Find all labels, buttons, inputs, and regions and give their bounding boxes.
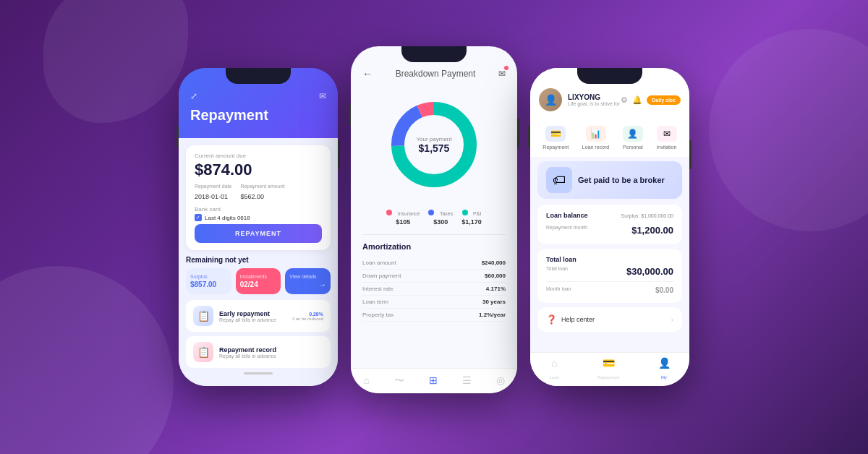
home-indicator bbox=[186, 372, 331, 374]
message-icon[interactable]: ✉ bbox=[319, 91, 326, 101]
qm-loan-label: Loan record bbox=[582, 145, 609, 150]
repayment-record-icon: 📋 bbox=[193, 342, 213, 362]
loan-balance-section: Loan balance Surplus: $1,000,000.00 Repa… bbox=[537, 205, 682, 244]
user-subtitle: Life goal, is to strive for bbox=[568, 101, 620, 106]
help-text: Help center bbox=[561, 316, 667, 323]
help-arrow-icon: › bbox=[671, 316, 673, 324]
early-repayment-badge: 0.28% Can be reduced bbox=[292, 312, 323, 321]
phone2-nav: ⌂ 〜 ⊞ ☰ ◎ bbox=[351, 368, 517, 393]
pi-amount: $1,170 bbox=[461, 218, 482, 226]
donut-container: Your payment $1,575 bbox=[351, 87, 517, 201]
qm-repayment-icon: 💳 bbox=[545, 126, 566, 142]
installments-value: 02/24 bbox=[240, 280, 277, 288]
nav-loan[interactable]: ⌂ Loan bbox=[549, 357, 558, 382]
broker-icon: 🏷 bbox=[546, 167, 572, 193]
repay-amount-label: Repayment amount bbox=[240, 184, 284, 189]
interest-rate-row: Interest rate 4.171% bbox=[362, 283, 506, 296]
donut-center: Your payment $1,575 bbox=[416, 136, 451, 154]
phone2-notch bbox=[401, 46, 467, 62]
taxes-label: Taxes bbox=[440, 211, 453, 216]
broker-banner[interactable]: 🏷 Get paid to be a broker bbox=[537, 161, 682, 199]
repay-amount-value: $562.00 bbox=[240, 193, 264, 200]
insurance-label: Insurance bbox=[398, 211, 420, 216]
bg-decoration-left bbox=[0, 266, 174, 454]
repayment-body: Current amount due $874.00 Repayment dat… bbox=[179, 138, 338, 386]
qm-invitation-label: invitation bbox=[657, 145, 677, 150]
mail-icon[interactable]: ✉ bbox=[498, 69, 506, 79]
total-loan-val: $30,000.00 bbox=[626, 266, 673, 277]
repay-date-label: Repayment date bbox=[195, 184, 231, 189]
down-payment-row: Down payment $60,000 bbox=[362, 270, 506, 283]
phone-repayment: ⤢ ✉ Repayment Current amount due $874.00… bbox=[179, 68, 338, 386]
nav-my-label: My bbox=[661, 375, 667, 380]
repayment-button[interactable]: REPAYMENT bbox=[195, 224, 322, 243]
nav-list[interactable]: ☰ bbox=[462, 374, 472, 387]
repayment-record-text: Repayment record Repay all bills in adva… bbox=[219, 346, 323, 359]
interest-rate-val: 4.171% bbox=[486, 286, 506, 292]
amount-label: Current amount due bbox=[195, 153, 322, 159]
back-icon[interactable]: ← bbox=[362, 68, 373, 80]
amortization-section: Amortization Loan amount $240,000 Down p… bbox=[351, 235, 517, 329]
donut-label: Your payment bbox=[416, 136, 451, 142]
early-repayment-text: Early repayment Repay all bills in advan… bbox=[219, 310, 286, 322]
repayment-record-row[interactable]: 📋 Repayment record Repay all bills in ad… bbox=[186, 336, 331, 368]
remaining-label: Remaining not yet bbox=[186, 256, 331, 264]
early-repayment-badge-sub: Can be reduced bbox=[292, 317, 323, 321]
month-loan-key: Month loan bbox=[546, 286, 571, 294]
total-loan-key: Total loan bbox=[546, 266, 568, 277]
interest-rate-key: Interest rate bbox=[362, 286, 393, 292]
phone1-notch bbox=[226, 68, 291, 84]
repayment-record-title: Repayment record bbox=[219, 346, 323, 354]
phone3-notch bbox=[577, 68, 642, 84]
repay-date-col: Repayment date 2018-01-01 bbox=[195, 184, 231, 202]
month-loan-row: Month loan $0.00 bbox=[546, 286, 673, 294]
amount-value: $874.00 bbox=[195, 160, 322, 179]
legend-taxes: Taxes $300 bbox=[428, 205, 453, 226]
nav-grid[interactable]: ⊞ bbox=[429, 374, 438, 387]
surplus-card: Surplus $857.00 bbox=[186, 268, 231, 294]
nav-chart[interactable]: 〜 bbox=[394, 374, 404, 387]
nav-my[interactable]: 👤 My bbox=[658, 357, 671, 382]
phone-breakdown: ← Breakdown Payment ✉ bbox=[351, 46, 517, 393]
installments-label: Installments bbox=[240, 274, 277, 279]
pi-dot bbox=[462, 210, 468, 215]
expand-icon[interactable]: ⤢ bbox=[190, 91, 197, 101]
amort-title: Amortization bbox=[362, 242, 506, 251]
nav-profile[interactable]: ◎ bbox=[496, 374, 505, 387]
donut-value: $1,575 bbox=[416, 142, 451, 154]
quick-menu: 💳 Repayment 📊 Loan record 👤 Personal ✉ i… bbox=[530, 119, 689, 157]
total-loan-section: Total loan Total loan $30,000.00 Month l… bbox=[537, 249, 682, 303]
user-info: 👤 LIXYONG Life goal, is to strive for bbox=[539, 88, 620, 111]
header-right: ⚙ 🔔 Daily cloc bbox=[621, 95, 681, 105]
help-center-row[interactable]: ❓ Help center › bbox=[537, 307, 682, 332]
qm-personal-icon: 👤 bbox=[623, 126, 643, 142]
qm-repayment[interactable]: 💳 Repayment bbox=[542, 126, 569, 150]
legend-row: Insurance $105 Taxes $300 P&I $1,170 bbox=[351, 201, 517, 230]
nav-repayment[interactable]: 💳 Repayment bbox=[597, 357, 620, 382]
repayment-month-key: Repayment month bbox=[546, 225, 587, 236]
taxes-dot bbox=[428, 210, 434, 215]
qm-personal[interactable]: 👤 Personal bbox=[623, 126, 643, 150]
qm-invitation-icon: ✉ bbox=[657, 126, 677, 142]
broker-text: Get paid to be a broker bbox=[578, 176, 673, 184]
screen-repayment: ⤢ ✉ Repayment Current amount due $874.00… bbox=[179, 68, 338, 386]
notification-icon[interactable]: 🔔 bbox=[632, 95, 642, 105]
early-repayment-row[interactable]: 📋 Early repayment Repay all bills in adv… bbox=[186, 300, 331, 332]
qm-loan-record[interactable]: 📊 Loan record bbox=[582, 126, 609, 150]
nav-loan-label: Loan bbox=[549, 375, 558, 380]
view-details-card[interactable]: View details → bbox=[285, 268, 331, 294]
remaining-cards: Surplus $857.00 Installments 02/24 View … bbox=[186, 268, 331, 294]
screen-profile: 👤 LIXYONG Life goal, is to strive for ⚙ … bbox=[530, 68, 689, 386]
nav-my-icon: 👤 bbox=[658, 357, 671, 369]
settings-icon[interactable]: ⚙ bbox=[621, 95, 628, 105]
checkbox-icon: ✓ bbox=[195, 214, 202, 221]
loan-amount-val: $240,000 bbox=[482, 260, 506, 266]
repayment-card: Current amount due $874.00 Repayment dat… bbox=[186, 145, 331, 250]
qm-invitation[interactable]: ✉ invitation bbox=[657, 126, 677, 150]
daily-badge[interactable]: Daily cloc bbox=[647, 95, 681, 105]
nav-home[interactable]: ⌂ bbox=[363, 374, 369, 387]
phones-container: ⤢ ✉ Repayment Current amount due $874.00… bbox=[179, 61, 689, 393]
surplus-value: $857.00 bbox=[190, 280, 227, 288]
loan-term-key: Loan term bbox=[362, 299, 388, 305]
legend-pi: P&I $1,170 bbox=[461, 205, 482, 226]
